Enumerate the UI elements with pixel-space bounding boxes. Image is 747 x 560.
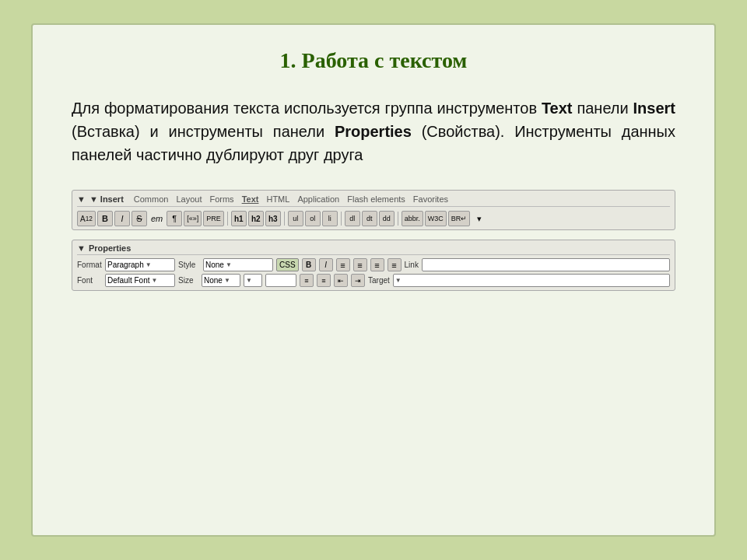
tab-application[interactable]: Application (293, 194, 343, 205)
sep2 (284, 212, 285, 226)
btn-h2[interactable]: h2 (248, 211, 264, 226)
format-label: Format (77, 261, 102, 269)
link-input[interactable] (422, 258, 670, 271)
btn-pre[interactable]: PRE (203, 211, 224, 226)
indent-button[interactable]: ⇥ (351, 274, 365, 287)
font-arrow: ▼ (151, 277, 157, 284)
btn-dd[interactable]: dd (379, 211, 395, 226)
style-label: Style (178, 261, 200, 269)
tab-text[interactable]: Text (238, 194, 263, 205)
format-arrow: ▼ (146, 261, 152, 268)
tab-common[interactable]: Common (130, 194, 173, 205)
slide-body: Для форматирования текста используется г… (72, 96, 675, 166)
outdent-button[interactable]: ⇤ (334, 274, 348, 287)
align-right-button[interactable]: ≡ (370, 258, 384, 271)
btn-w3c[interactable]: W3C (425, 211, 447, 226)
btn-em[interactable]: em (149, 211, 165, 226)
font-value: Default Font (107, 276, 149, 285)
slide-title: 1. Работа с текстом (72, 48, 675, 81)
size-extra-select[interactable]: ▼ (244, 274, 262, 287)
props-row-2: Font Default Font ▼ Size None ▼ ▼ ≡ (77, 274, 670, 287)
align-left-button[interactable]: ≡ (336, 258, 350, 271)
triangle-icon: ▼ (77, 194, 86, 204)
btn-dl[interactable]: dl (345, 211, 360, 226)
props-bold-button[interactable]: B (302, 258, 316, 271)
insert-toolbar-buttons: A12 B I S em ¶ [«»] PRE h1 h2 h3 ul ol l… (77, 211, 670, 226)
insert-toolbar-tabs: ▼ ▼ Insert Common Layout Forms Text HTML… (77, 194, 670, 207)
style-arrow: ▼ (226, 261, 232, 268)
btn-abbr[interactable]: abbr. (402, 211, 423, 226)
target-select[interactable]: ▼ (393, 274, 670, 287)
btn-bold[interactable]: B (97, 211, 113, 226)
btn-italic[interactable]: I (114, 211, 130, 226)
slide: 1. Работа с текстом Для форматирования т… (31, 23, 716, 537)
tab-favorites[interactable]: Favorites (409, 194, 452, 205)
align-justify-button[interactable]: ≡ (388, 258, 402, 271)
insert-panel: ▼ ▼ Insert Common Layout Forms Text HTML… (72, 190, 675, 230)
size-extra-arrow: ▼ (246, 277, 252, 284)
properties-rows: Format Paragraph ▼ Style None ▼ CSS B I … (77, 258, 670, 287)
btn-font-a[interactable]: A12 (77, 211, 96, 226)
btn-br[interactable]: BR↵ (448, 211, 471, 226)
list-unordered-button[interactable]: ≡ (300, 274, 314, 287)
toolbar-images: ▼ ▼ Insert Common Layout Forms Text HTML… (72, 190, 675, 291)
size-value: None (204, 276, 223, 285)
btn-strike[interactable]: S (132, 211, 147, 226)
target-arrow: ▼ (395, 277, 402, 284)
btn-ul[interactable]: ul (288, 211, 303, 226)
properties-label: Properties (89, 243, 131, 253)
style-value: None (205, 261, 224, 269)
format-value: Paragraph (107, 261, 144, 269)
target-label: Target (368, 276, 390, 285)
sep1 (227, 212, 228, 226)
tab-forms[interactable]: Forms (205, 194, 237, 205)
list-ordered-button[interactable]: ≡ (317, 274, 331, 287)
color-input[interactable] (265, 274, 296, 287)
tab-html[interactable]: HTML (262, 194, 293, 205)
font-label: Font (77, 276, 102, 285)
style-select[interactable]: None ▼ (203, 258, 273, 271)
btn-h1[interactable]: h1 (231, 211, 247, 226)
props-triangle-icon: ▼ (77, 243, 86, 253)
link-label: Link (405, 261, 419, 269)
props-italic-button[interactable]: I (319, 258, 333, 271)
btn-blockquote[interactable]: [«»] (184, 211, 202, 226)
btn-li[interactable]: li (322, 211, 338, 226)
format-select[interactable]: Paragraph ▼ (105, 258, 175, 271)
btn-ol[interactable]: ol (305, 211, 321, 226)
tab-layout[interactable]: Layout (172, 194, 205, 205)
btn-paragraph[interactable]: ¶ (167, 211, 182, 226)
sep4 (398, 212, 398, 226)
properties-title-bar: ▼ Properties (77, 243, 670, 255)
insert-panel-top: ▼ ▼ Insert Common Layout Forms Text HTML… (77, 194, 670, 226)
btn-h3[interactable]: h3 (265, 211, 281, 226)
size-label: Size (178, 276, 198, 285)
size-select[interactable]: None ▼ (202, 274, 240, 287)
font-select[interactable]: Default Font ▼ (105, 274, 175, 287)
sep3 (341, 212, 342, 226)
properties-panel: ▼ Properties Format Paragraph ▼ Style No… (72, 240, 675, 291)
insert-label: ▼ ▼ Insert (77, 194, 124, 204)
tab-flash[interactable]: Flash elements (343, 194, 409, 205)
btn-dt[interactable]: dt (362, 211, 377, 226)
btn-more[interactable]: ▾ (472, 211, 487, 226)
props-row-1: Format Paragraph ▼ Style None ▼ CSS B I … (77, 258, 670, 271)
size-arrow: ▼ (224, 277, 230, 284)
css-button[interactable]: CSS (276, 258, 299, 271)
align-center-button[interactable]: ≡ (353, 258, 367, 271)
